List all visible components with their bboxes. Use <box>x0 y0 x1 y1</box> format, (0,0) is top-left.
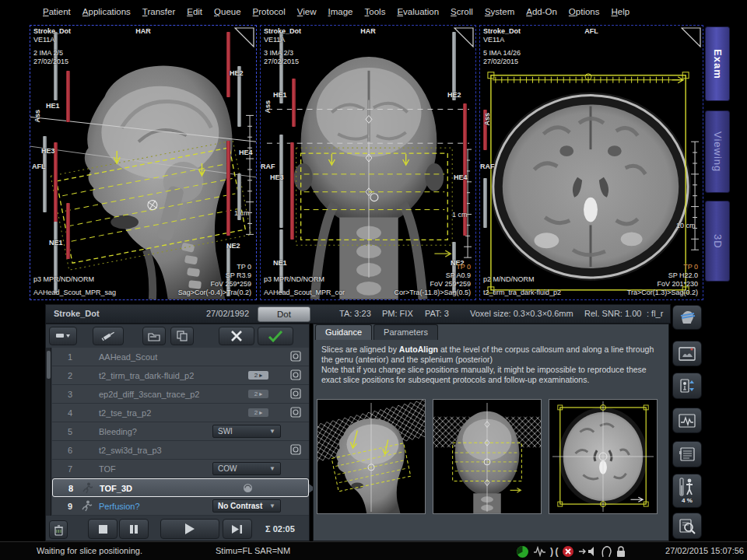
decision-dropdown[interactable]: No Contrast▼ <box>212 499 281 513</box>
patient-position-button[interactable] <box>672 373 702 399</box>
speaker-muted-icon[interactable] <box>562 545 574 558</box>
menu-system[interactable]: System <box>485 7 514 16</box>
tab-viewing[interactable]: Viewing <box>705 110 730 193</box>
protocol-row-8-selected[interactable]: 8 TOF_3D <box>52 478 309 497</box>
orientation-label-ass: Ass <box>33 110 41 123</box>
menu-tools[interactable]: Tools <box>365 7 386 16</box>
tab-parameters[interactable]: Parameters <box>374 324 438 340</box>
audio-route-icon[interactable] <box>578 546 597 557</box>
unload-corner-icon[interactable] <box>234 27 254 47</box>
decision-dropdown[interactable]: SWI▼ <box>212 425 281 438</box>
protocol-name: AAHead_Scout <box>99 352 157 362</box>
tab-exam[interactable]: Exam <box>705 26 730 101</box>
protocol-row-2[interactable]: 2 t2_tirm_tra_dark-fluid_p2 2 ▸ <box>52 366 309 385</box>
pause-button[interactable] <box>119 519 149 539</box>
table-position-icon <box>679 377 696 394</box>
open-protocol-button[interactable] <box>142 327 166 345</box>
scale-label: 1 cm <box>234 209 250 217</box>
protocol-name: t2_tirm_tra_dark-fluid_p2 <box>99 371 194 380</box>
protocol-row-1[interactable]: 1 AAHead_Scout <box>52 348 309 366</box>
thumbnail-sagittal[interactable] <box>317 399 426 514</box>
copy-icon <box>177 331 188 341</box>
coil-bar[interactable] <box>290 142 294 240</box>
menu-transfer[interactable]: Transfer <box>142 7 175 16</box>
sar-monitor-button[interactable]: 4 % <box>672 474 702 508</box>
chevron-down-icon: ▼ <box>269 465 280 472</box>
tab-guidance[interactable]: Guidance <box>315 324 372 340</box>
cancel-button[interactable] <box>219 327 254 345</box>
skip-button[interactable] <box>223 519 252 539</box>
menu-help[interactable]: Help <box>612 7 630 16</box>
scroll-thumb[interactable] <box>47 351 51 379</box>
image-text-bottomright: TP 0 SP A0.9 FoV 259*259 Cor>Tra(-11.8)>… <box>394 263 471 297</box>
reference-image-icon[interactable] <box>290 388 301 399</box>
unload-corner-icon[interactable] <box>454 27 474 47</box>
reference-image-icon[interactable] <box>290 351 301 362</box>
protocol-row-3[interactable]: 3 ep2d_diff_3scan_trace_p2 2 ▸ <box>52 385 309 404</box>
menu-options[interactable]: Options <box>569 7 600 16</box>
coil-bar[interactable] <box>66 203 70 259</box>
reference-image-icon[interactable] <box>290 369 301 380</box>
coil-bar[interactable] <box>226 32 230 97</box>
menu-scroll[interactable]: Scroll <box>451 7 473 16</box>
coil-bar[interactable] <box>226 141 230 236</box>
coil-bar[interactable] <box>483 178 487 228</box>
program-dropdown-button[interactable] <box>49 327 77 345</box>
protocol-info-button[interactable] <box>672 441 702 467</box>
sar-person-icon <box>678 478 696 496</box>
menu-image[interactable]: Image <box>328 7 353 16</box>
protocol-name: ep2d_diff_3scan_trace_p2 <box>99 390 199 399</box>
lock-icon[interactable] <box>615 545 626 558</box>
unload-corner-icon[interactable] <box>681 27 701 47</box>
menu-edit[interactable]: Edit <box>187 7 202 16</box>
disk-usage-icon[interactable] <box>516 545 529 558</box>
protocol-row-4[interactable]: 4 t2_tse_tra_p2 2 ▸ <box>52 404 309 422</box>
reference-image-icon[interactable] <box>290 444 301 455</box>
menu-applications[interactable]: Applications <box>82 7 131 16</box>
search-protocols-button[interactable] <box>672 513 702 539</box>
copy-protocol-button[interactable] <box>170 327 194 345</box>
menu-view[interactable]: View <box>297 7 317 16</box>
contrast-injection-button[interactable] <box>93 327 124 345</box>
protocol-row-6[interactable]: 6 t2_swi3d_tra_p3 <box>52 441 309 460</box>
dot-cockpit-button[interactable] <box>672 305 702 330</box>
tab-3d[interactable]: 3D <box>705 201 730 282</box>
protocol-row-5[interactable]: 5 Bleeding? SWI▼ <box>52 422 309 441</box>
decision-dropdown[interactable]: COW▼ <box>212 462 281 475</box>
head-status-icon[interactable] <box>601 545 612 558</box>
menu-evaluation[interactable]: Evaluation <box>397 7 439 16</box>
physio-display-button[interactable] <box>672 408 702 433</box>
coil-bar[interactable] <box>279 135 283 228</box>
protocol-row-7[interactable]: 7 TOF COW▼ <box>52 460 309 478</box>
confirm-button[interactable] <box>258 327 293 345</box>
protocol-row-9[interactable]: 9 Perfusion? No Contrast▼ <box>52 497 309 516</box>
coil-bar[interactable] <box>292 79 296 127</box>
talk-icon[interactable]: ) ( <box>550 546 558 557</box>
viewport-sagittal[interactable]: HE1 HE2 HE3 AFL HE4 NE1 NE2 Ass 1 cm Str… <box>30 25 257 300</box>
image-text-bottomright: TP 0 SP H22.0 FoV 201*230 Tra>Cor(1.3)>S… <box>627 263 698 297</box>
thumbnail-coronal[interactable] <box>433 399 542 514</box>
patient-info-bar: Stroke_Dot 27/02/1992 TA: 3:23 PM: FIX P… <box>45 304 671 324</box>
reference-image-icon[interactable] <box>290 407 301 418</box>
guidance-panel: Guidance Parameters Slices are aligned b… <box>313 324 669 541</box>
protocol-number: 4 <box>63 408 77 418</box>
coil-label-ne2: NE2 <box>226 242 240 250</box>
stop-button[interactable] <box>88 519 117 539</box>
viewport-axial[interactable]: Ass RAF 10 cm Stroke_Dot VE11A 5 IMA 14/… <box>479 25 703 300</box>
protocol-scrollbar[interactable] <box>46 348 51 516</box>
thumbnail-axial[interactable] <box>549 399 658 514</box>
menu-protocol[interactable]: Protocol <box>253 7 286 16</box>
coil-bar[interactable] <box>54 142 58 234</box>
protocol-name: TOF_3D <box>100 484 132 493</box>
menu-queue[interactable]: Queue <box>214 7 241 16</box>
menu-addon[interactable]: Add-On <box>526 7 557 16</box>
dot-button[interactable]: Dot <box>258 306 310 322</box>
menu-patient[interactable]: Patient <box>43 7 71 16</box>
viewport-coronal[interactable]: HE1 HE2 Ass RAF HE3 HE4 NE1 NE2 1 cm Str… <box>260 25 476 300</box>
delete-button[interactable] <box>49 520 68 539</box>
coil-bar[interactable] <box>66 71 70 122</box>
physio-status-icon[interactable] <box>533 546 546 557</box>
start-button[interactable] <box>160 519 219 539</box>
image-review-button[interactable] <box>672 341 702 366</box>
protocol-number: 3 <box>63 390 77 399</box>
